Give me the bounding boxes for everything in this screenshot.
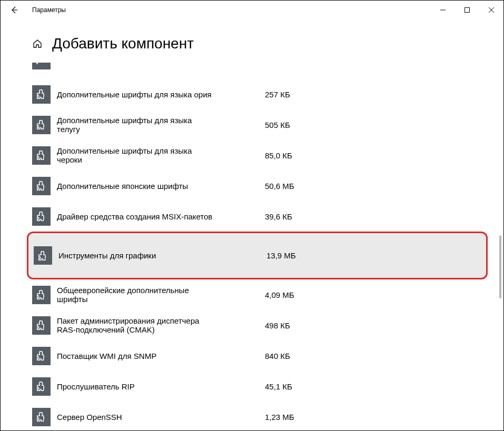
maximize-button[interactable] bbox=[455, 2, 479, 18]
titlebar-left: Параметры bbox=[6, 2, 66, 18]
page-header: Добавить компонент bbox=[1, 19, 503, 63]
puzzle-icon bbox=[32, 85, 51, 104]
feature-name: Сервер OpenSSH bbox=[57, 413, 122, 422]
puzzle-icon bbox=[32, 177, 51, 195]
home-button[interactable] bbox=[32, 38, 43, 49]
puzzle-icon bbox=[32, 207, 51, 226]
home-icon bbox=[32, 38, 43, 49]
partial-feature-icon bbox=[32, 63, 51, 69]
svg-rect-0 bbox=[465, 8, 470, 13]
feature-item[interactable]: Драйвер средства создания MSIX-пакетов39… bbox=[32, 201, 488, 232]
back-button[interactable] bbox=[6, 2, 22, 18]
feature-item[interactable]: Дополнительные шрифты для языка ория257 … bbox=[32, 79, 488, 109]
maximize-icon bbox=[465, 7, 470, 13]
close-button[interactable] bbox=[479, 2, 503, 18]
feature-list: Дополнительные шрифты для языка ория257 … bbox=[32, 79, 488, 427]
feature-item[interactable]: Дополнительные шрифты для языка телугу50… bbox=[32, 109, 488, 140]
titlebar: Параметры bbox=[1, 1, 503, 19]
feature-size: 257 КБ bbox=[265, 90, 290, 99]
feature-name: Общеевропейские дополнительные шрифты bbox=[57, 286, 215, 304]
feature-size: 39,6 КБ bbox=[265, 212, 292, 221]
feature-item[interactable]: Сервер OpenSSH1,23 МБ bbox=[32, 402, 488, 427]
feature-name: Прослушиватель RIP bbox=[57, 382, 135, 391]
puzzle-icon bbox=[32, 377, 51, 396]
feature-item[interactable]: Поставщик WMI для SNMP840 КБ bbox=[32, 340, 488, 371]
page-title: Добавить компонент bbox=[52, 35, 194, 52]
scrollbar[interactable] bbox=[499, 19, 501, 428]
window-controls bbox=[431, 2, 503, 18]
content-area: Дополнительные шрифты для языка ория257 … bbox=[1, 63, 503, 427]
puzzle-icon bbox=[32, 408, 51, 426]
feature-name: Дополнительные шрифты для языка телугу bbox=[57, 116, 215, 134]
feature-name: Пакет администрирования диспетчера RAS-п… bbox=[57, 316, 215, 334]
feature-item[interactable]: Прослушиватель RIP45,1 КБ bbox=[32, 371, 488, 402]
feature-size: 4,09 МБ bbox=[265, 290, 294, 299]
feature-name: Поставщик WMI для SNMP bbox=[57, 352, 156, 360]
puzzle-icon bbox=[34, 246, 52, 265]
puzzle-icon bbox=[32, 146, 51, 165]
feature-size: 505 КБ bbox=[265, 121, 290, 129]
scrollbar-thumb[interactable] bbox=[499, 235, 501, 298]
window-title: Параметры bbox=[32, 6, 66, 14]
puzzle-icon bbox=[32, 116, 51, 134]
arrow-left-icon bbox=[9, 6, 18, 14]
feature-size: 13,9 МБ bbox=[266, 251, 296, 260]
feature-item[interactable]: Дополнительные шрифты для языка чероки85… bbox=[32, 140, 488, 171]
feature-size: 1,23 МБ bbox=[265, 413, 294, 422]
feature-item[interactable]: Пакет администрирования диспетчера RAS-п… bbox=[32, 310, 488, 340]
feature-name: Драйвер средства создания MSIX-пакетов bbox=[57, 212, 212, 221]
feature-name: Дополнительные японские шрифты bbox=[57, 182, 188, 191]
feature-size: 45,1 КБ bbox=[265, 382, 292, 391]
feature-size: 840 КБ bbox=[265, 352, 290, 360]
close-icon bbox=[489, 7, 494, 13]
feature-size: 498 КБ bbox=[265, 321, 290, 330]
minimize-button[interactable] bbox=[431, 2, 455, 18]
feature-name: Дополнительные шрифты для языка ория bbox=[57, 90, 212, 99]
feature-name: Дополнительные шрифты для языка чероки bbox=[57, 146, 215, 164]
feature-item[interactable]: Дополнительные японские шрифты50,6 МБ bbox=[32, 171, 488, 201]
feature-item[interactable]: Инструменты для графики13,9 МБ bbox=[27, 232, 488, 279]
feature-item[interactable]: Общеевропейские дополнительные шрифты4,0… bbox=[32, 279, 488, 310]
feature-size: 50,6 МБ bbox=[265, 182, 294, 191]
puzzle-icon bbox=[32, 286, 51, 304]
puzzle-icon bbox=[32, 347, 51, 365]
feature-size: 85,0 КБ bbox=[265, 151, 292, 160]
minimize-icon bbox=[440, 7, 446, 13]
feature-name: Инструменты для графики bbox=[58, 251, 156, 260]
puzzle-icon bbox=[32, 316, 51, 335]
